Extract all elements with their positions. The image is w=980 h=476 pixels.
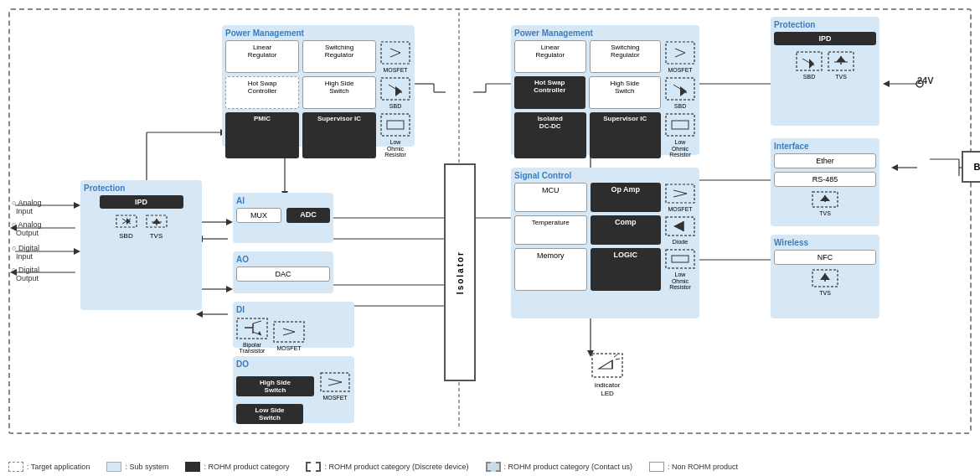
right-pm-low-ohmic-label: LowOhmicResistor: [664, 139, 696, 158]
left-protection-section: Protection IPD SBD: [80, 180, 202, 310]
interface-tvs-symbol: [812, 190, 838, 209]
isolator-label: Isolator: [456, 251, 465, 294]
sc-diode-label: Diode: [664, 239, 696, 245]
svg-line-106: [614, 354, 617, 357]
right-protection-ipd: IPD: [774, 32, 876, 45]
ao-label: AO: [236, 255, 330, 264]
indicator-led-symbol: [591, 352, 624, 381]
voltage-24v-label: 24V: [917, 75, 934, 85]
left-pmic: PMIC: [225, 112, 299, 158]
ai-label: AI: [236, 196, 330, 205]
svg-marker-104: [599, 360, 612, 369]
svg-rect-103: [592, 354, 622, 377]
svg-rect-93: [666, 114, 694, 136]
di-mosfet-label: MOSFET: [273, 345, 305, 351]
svg-line-68: [390, 49, 400, 53]
svg-rect-95: [666, 184, 694, 203]
right-protection-label: Protection: [774, 20, 876, 29]
svg-line-83: [283, 332, 295, 335]
legend-rohm-product-text: : ROHM product category: [204, 463, 289, 471]
right-high-side: High SideSwitch: [589, 76, 662, 109]
sc-mosfet-label: MOSFET: [664, 206, 696, 212]
legend-rohm-contact: : ROHM product category (Contact us): [486, 462, 633, 472]
svg-line-107: [616, 359, 620, 360]
di-bipolar-label: BipolarTransistor: [236, 342, 268, 354]
svg-marker-110: [809, 59, 814, 69]
di-mosfet-symbol: [273, 320, 305, 344]
legend-subsystem: : Sub system: [106, 462, 168, 472]
right-supervisor-ic: Supervisor IC: [590, 112, 662, 158]
svg-rect-81: [274, 322, 304, 342]
do-mosfet-symbol: [320, 371, 350, 393]
svg-rect-102: [672, 256, 689, 262]
do-high-side: High SideSwitch: [236, 376, 314, 396]
analog-output-label: ○ Analog Output: [12, 220, 41, 237]
ai-section: AI MUX ADC: [233, 193, 333, 243]
svg-rect-101: [666, 250, 694, 268]
right-protection-tvs-label: TVS: [828, 74, 854, 80]
legend-rohm-discrete-text: : ROHM product category (Discrete device…: [324, 463, 468, 471]
wireless-tvs-symbol: [812, 268, 838, 288]
left-switching-reg: SwitchingRegulator: [302, 40, 376, 73]
svg-marker-120: [820, 273, 830, 280]
indicator-led-label: IndicatorLED: [582, 381, 632, 397]
right-linear-reg: LinearRegulator: [514, 40, 586, 73]
svg-marker-114: [836, 56, 846, 62]
svg-line-78: [253, 321, 261, 323]
ai-adc: ADC: [286, 208, 330, 223]
wireless-section: Wireless NFC TVS: [771, 235, 879, 318]
right-protection-tvs-symbol: [828, 50, 854, 72]
wireless-tvs-label: TVS: [812, 290, 838, 296]
left-pm-sbd-symbol: [380, 76, 410, 101]
di-label: DI: [236, 305, 351, 314]
left-protection-ipd: IPD: [100, 195, 183, 209]
left-pm-low-ohmic-symbol: [380, 112, 410, 137]
left-pm-sbd-label: SBD: [379, 103, 411, 109]
digital-output-label: ○ Digital Output: [12, 266, 39, 282]
left-protection-tvs-label: TVS: [145, 232, 168, 240]
left-protection-sbd-symbol: [115, 212, 138, 230]
interface-label: Interface: [774, 142, 876, 151]
legend-subsystem-icon: [106, 462, 121, 472]
svg-line-97: [673, 194, 687, 197]
do-low-side: Low SideSwitch: [236, 404, 303, 424]
legend-non-rohm: : Non ROHM product: [649, 462, 738, 472]
left-power-mgmt-label: Power Management: [225, 28, 411, 38]
svg-line-69: [390, 53, 400, 57]
legend-rohm-discrete: : ROHM product category (Discrete device…: [306, 462, 468, 472]
right-protection-section: Protection IPD SBD TVS: [771, 17, 879, 126]
left-linear-reg: LinearRegulator: [225, 40, 299, 73]
svg-line-89: [675, 53, 685, 57]
do-label: DO: [236, 360, 351, 369]
legend-rohm-product-icon: [185, 462, 200, 472]
bus-box: Bus: [962, 151, 980, 183]
left-protection-sbd-label: SBD: [115, 232, 138, 240]
left-protection-label: Protection: [84, 184, 199, 193]
left-hot-swap: Hot SwapController: [225, 76, 299, 109]
left-high-side: High SideSwitch: [302, 76, 376, 109]
interface-rs485: RS-485: [774, 172, 876, 187]
svg-line-88: [675, 49, 685, 53]
svg-marker-66: [152, 219, 161, 224]
left-supervisor-ic: Supervisor IC: [302, 112, 376, 158]
right-power-mgmt-section: Power Management LinearRegulator Switchi…: [511, 25, 699, 155]
sc-temperature: Temperature: [514, 215, 587, 245]
right-power-mgmt-label: Power Management: [514, 28, 696, 38]
right-isolated-dcdc: IsolatedDC-DC: [514, 112, 586, 158]
analog-input-label: ○ Analog Input: [12, 199, 41, 215]
legend-target-app-icon: [8, 462, 23, 472]
svg-rect-74: [387, 121, 404, 129]
ao-dac: DAC: [236, 266, 330, 282]
svg-line-85: [328, 379, 342, 382]
svg-line-86: [328, 382, 342, 385]
legend-rohm-product: : ROHM product category: [185, 462, 289, 472]
svg-rect-84: [321, 373, 349, 391]
sc-diode-symbol: [665, 215, 695, 237]
di-section: DI BipolarTransistor: [233, 302, 354, 348]
right-pm-mosfet-symbol: [665, 40, 695, 65]
sc-mcu: MCU: [514, 183, 587, 212]
legend-rohm-discrete-icon: [306, 462, 321, 472]
svg-rect-73: [381, 114, 410, 136]
do-mosfet-label: MOSFET: [319, 395, 351, 401]
digital-input-label: ○ Digital Input: [12, 244, 39, 261]
